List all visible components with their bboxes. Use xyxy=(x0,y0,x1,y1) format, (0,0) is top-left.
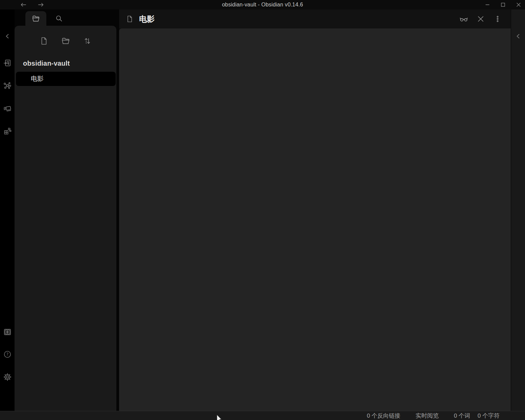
glasses-icon xyxy=(459,14,469,24)
right-sidebar-strip xyxy=(511,9,525,411)
minimize-icon xyxy=(484,1,491,8)
quick-switcher-icon xyxy=(3,59,12,67)
editor-content[interactable] xyxy=(119,28,511,411)
left-ribbon: ? xyxy=(0,9,15,411)
expand-right-sidebar-button[interactable] xyxy=(513,31,523,41)
help-button[interactable]: ? xyxy=(3,350,12,359)
quick-switcher-button[interactable] xyxy=(3,58,12,68)
status-bar: 0 个反向链接 实时阅览 0 个词 0 个字符 xyxy=(0,411,525,420)
graph-view-button[interactable] xyxy=(3,81,12,90)
gear-icon xyxy=(3,373,12,381)
chevron-left-icon xyxy=(3,32,12,40)
status-char-count: 0 个字符 xyxy=(478,412,500,420)
kebab-menu-icon xyxy=(494,15,502,23)
chevron-left-icon xyxy=(514,32,522,40)
obsidian-window: obsidian-vault - Obsidian v0.14.6 xyxy=(0,0,525,420)
templates-blocks-icon xyxy=(3,127,12,135)
new-folder-icon xyxy=(61,36,70,46)
maximize-icon xyxy=(500,1,506,8)
new-note-icon xyxy=(40,37,48,45)
status-backlinks[interactable]: 0 个反向链接 xyxy=(367,412,400,420)
graph-icon xyxy=(3,81,12,90)
svg-text:?: ? xyxy=(6,352,8,357)
sort-order-button[interactable] xyxy=(82,36,92,46)
mouse-cursor xyxy=(217,415,222,420)
close-window-button[interactable] xyxy=(514,0,523,9)
open-another-vault-button[interactable] xyxy=(3,327,12,337)
folder-icon xyxy=(31,14,40,23)
daily-note-button[interactable] xyxy=(3,104,12,113)
maximize-button[interactable] xyxy=(499,0,507,9)
minimize-button[interactable] xyxy=(483,0,492,9)
close-icon xyxy=(515,1,522,8)
tab-file-explorer[interactable] xyxy=(25,11,46,26)
arrow-left-icon xyxy=(20,1,27,8)
sort-arrows-icon xyxy=(83,37,92,45)
window-title: obsidian-vault - Obsidian v0.14.6 xyxy=(222,2,303,8)
close-icon xyxy=(476,15,485,23)
more-options-button[interactable] xyxy=(493,15,502,23)
editor-header: 电影 xyxy=(119,9,511,28)
vault-name: obsidian-vault xyxy=(23,60,116,67)
close-pane-button[interactable] xyxy=(476,15,485,23)
templates-button[interactable] xyxy=(3,126,12,136)
titlebar[interactable]: obsidian-vault - Obsidian v0.14.6 xyxy=(0,0,525,9)
left-sidebar: obsidian-vault 电影 xyxy=(15,9,119,411)
new-note-button[interactable] xyxy=(39,36,49,46)
search-icon xyxy=(55,14,63,23)
note-title: 电影 xyxy=(139,14,155,24)
file-explorer-panel: obsidian-vault 电影 xyxy=(15,26,116,411)
arrow-right-icon xyxy=(37,1,45,8)
status-word-count: 0 个词 xyxy=(454,412,470,420)
settings-button[interactable] xyxy=(3,372,12,382)
toggle-reading-view-button[interactable] xyxy=(459,15,468,23)
file-item-selected[interactable]: 电影 xyxy=(16,72,116,86)
help-icon: ? xyxy=(3,350,12,359)
note-file-icon xyxy=(126,15,134,23)
new-folder-button[interactable] xyxy=(61,36,71,46)
status-editor-mode[interactable]: 实时阅览 xyxy=(416,412,439,420)
tab-search[interactable] xyxy=(48,11,69,26)
collapse-left-sidebar-button[interactable] xyxy=(3,31,12,41)
editor-pane: 电影 xyxy=(119,9,511,411)
file-item-label: 电影 xyxy=(16,74,44,83)
daily-note-icon xyxy=(3,104,12,113)
navigate-forward-button[interactable] xyxy=(37,0,45,9)
vault-icon xyxy=(3,328,12,336)
navigate-back-button[interactable] xyxy=(19,0,28,9)
